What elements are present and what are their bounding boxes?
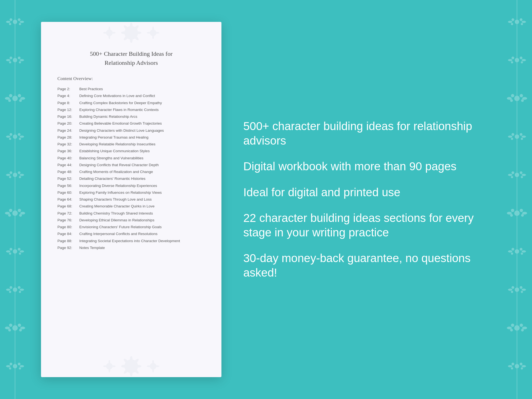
svg-point-129 [511, 324, 514, 327]
toc-item: Page 44:Designing Conflicts that Reveal … [57, 162, 205, 168]
svg-point-40 [19, 214, 22, 217]
svg-point-168 [130, 356, 133, 363]
svg-point-89 [510, 99, 513, 102]
svg-point-104 [521, 176, 523, 178]
svg-point-102 [520, 171, 522, 174]
svg-point-58 [9, 324, 12, 327]
svg-point-113 [522, 212, 527, 215]
svg-point-37 [9, 209, 12, 212]
svg-point-164 [155, 32, 159, 34]
toc-item: Page 88:Integrating Societal Expectation… [57, 238, 205, 244]
svg-point-55 [6, 289, 10, 291]
svg-point-21 [20, 97, 25, 100]
toc-page-number: Page 12: [57, 107, 79, 113]
svg-point-124 [511, 291, 513, 293]
toc-entry-text: Integrating Personal Traumas and Healing [79, 135, 148, 140]
svg-point-146 [130, 36, 133, 43]
toc-item: Page 64:Shaping Characters Through Love … [57, 197, 205, 202]
svg-point-103 [511, 176, 513, 178]
svg-point-24 [18, 133, 21, 136]
toc-entry-text: Integrating Societal Expectations into C… [79, 238, 180, 244]
svg-point-53 [9, 291, 11, 293]
toc-item: Page 16:Building Dynamic Relationship Ar… [57, 114, 205, 119]
svg-point-101 [511, 171, 514, 174]
svg-point-120 [522, 250, 526, 253]
svg-point-100 [515, 173, 519, 177]
toc-item: Page 76:Developing Ethical Dilemmas in R… [57, 218, 205, 223]
svg-point-11 [9, 61, 11, 63]
svg-point-35 [20, 174, 24, 176]
toc-item: Page 20:Creating Believable Emotional Gr… [57, 121, 205, 126]
svg-point-95 [520, 133, 522, 136]
svg-point-156 [109, 35, 110, 39]
svg-point-161 [152, 27, 154, 31]
svg-point-18 [8, 99, 11, 102]
toc-entry-text: Establishing Unique Communication Styles [79, 148, 150, 154]
feature-text: 30-day money-back guarantee, no question… [243, 251, 491, 280]
svg-point-171 [135, 365, 141, 368]
svg-point-178 [109, 360, 110, 364]
feature-text: Ideal for digital and printed use [243, 185, 491, 200]
svg-point-180 [103, 365, 107, 367]
toc-item: Page 48:Crafting Moments of Realization … [57, 169, 205, 175]
floral-border-right [502, 0, 532, 399]
toc-entry-text: Envisioning Characters' Future Relations… [79, 224, 162, 230]
toc-entry-text: Balancing Strengths and Vulnerabilities [79, 156, 143, 161]
svg-point-26 [19, 138, 21, 140]
toc-item: Page 28:Integrating Personal Traumas and… [57, 135, 205, 140]
svg-point-170 [121, 365, 128, 368]
svg-point-28 [20, 136, 24, 138]
toc-page-number: Page 2: [57, 86, 79, 92]
svg-point-31 [18, 171, 21, 174]
toc-page-number: Page 92: [57, 245, 79, 251]
svg-point-42 [20, 212, 25, 215]
svg-point-74 [520, 18, 522, 21]
svg-point-9 [10, 57, 12, 59]
toc-item: Page 68:Creating Memorable Character Qui… [57, 204, 205, 209]
svg-point-114 [515, 249, 519, 254]
svg-point-162 [152, 35, 154, 39]
svg-point-51 [10, 286, 12, 289]
toc-item: Page 32:Developing Relatable Relationshi… [57, 142, 205, 147]
svg-point-59 [18, 324, 21, 327]
toc-page-number: Page 60: [57, 190, 79, 195]
svg-point-184 [152, 360, 154, 364]
svg-point-140 [508, 365, 512, 367]
doc-deco-top [93, 22, 169, 44]
svg-point-98 [508, 136, 512, 138]
toc-page-number: Page 24: [57, 128, 79, 133]
toc-item: Page 52:Detailing Characters' Romantic H… [57, 176, 205, 181]
toc-item: Page 24:Designing Characters with Distin… [57, 128, 205, 133]
main-container: 500+ Character Building Ideas forRelatio… [30, 0, 502, 399]
svg-point-99 [522, 136, 526, 138]
toc-page-number: Page 40: [57, 156, 79, 161]
svg-point-56 [20, 289, 24, 291]
toc-page-number: Page 52: [57, 176, 79, 181]
toc-page-number: Page 84: [57, 231, 79, 237]
svg-point-118 [521, 253, 523, 255]
svg-point-111 [521, 214, 524, 217]
toc-page-number: Page 16: [57, 114, 79, 119]
toc-item: Page 72:Building Chemistry Through Share… [57, 211, 205, 216]
svg-point-27 [6, 136, 10, 138]
svg-point-41 [5, 212, 10, 215]
svg-point-94 [511, 133, 514, 136]
svg-point-49 [20, 250, 24, 253]
svg-point-128 [514, 325, 520, 331]
svg-point-108 [511, 209, 514, 212]
svg-point-127 [522, 289, 526, 291]
toc-entry-text: Defining Core Motivations in Love and Co… [79, 93, 155, 99]
document-title: 500+ Character Building Ideas forRelatio… [57, 49, 205, 67]
svg-point-36 [12, 210, 18, 216]
toc-item: Page 2:Best Practices [57, 86, 205, 92]
svg-point-65 [10, 363, 12, 365]
svg-point-6 [6, 21, 10, 23]
svg-point-92 [522, 97, 527, 100]
toc-entry-text: Incorporating Diverse Relationship Exper… [79, 183, 157, 189]
svg-point-130 [520, 324, 523, 327]
svg-point-22 [13, 134, 17, 139]
svg-point-105 [508, 174, 512, 176]
svg-point-132 [521, 329, 524, 331]
svg-point-85 [522, 59, 526, 61]
right-panel: 500+ character building ideas for relati… [238, 119, 491, 280]
